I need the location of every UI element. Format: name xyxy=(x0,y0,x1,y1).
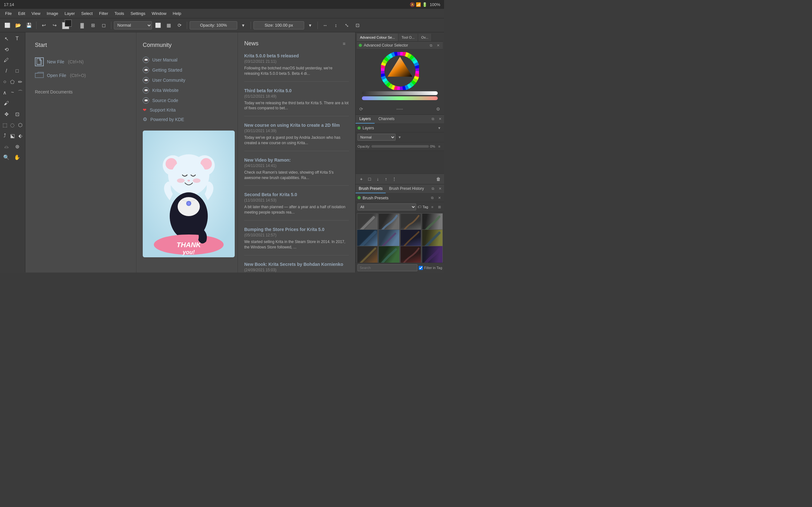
color-settings-btn[interactable]: ⚙ xyxy=(436,107,440,112)
layers-opacity-menu[interactable]: ≡ xyxy=(437,144,442,149)
news-item-title-1[interactable]: Third beta for Krita 5.0 xyxy=(244,88,349,93)
user-community-link[interactable]: 📖 User Community xyxy=(143,75,231,85)
opacity-dropdown-btn[interactable]: ▾ xyxy=(239,20,248,30)
eraser-tool-btn[interactable]: ⬜ xyxy=(153,20,163,30)
mirror-v-btn[interactable]: ↕ xyxy=(331,20,341,30)
menu-image[interactable]: Image xyxy=(44,10,61,16)
brush-grid-view-btn[interactable]: ⊞ xyxy=(437,204,442,210)
menu-view[interactable]: View xyxy=(29,10,43,16)
brush-preset-10[interactable] xyxy=(378,246,399,263)
tab-layers[interactable]: Layers xyxy=(356,115,374,124)
layers-blend-filter-btn[interactable]: ▼ xyxy=(397,134,403,140)
color-wheel-container[interactable] xyxy=(381,52,419,90)
source-code-link[interactable]: 📖 Source Code xyxy=(143,95,231,106)
bezier2-btn[interactable]: ⌒ xyxy=(17,88,24,98)
menu-edit[interactable]: Edit xyxy=(15,10,28,16)
new-file-btn[interactable]: New File (Ctrl+N) xyxy=(35,55,126,69)
menu-layer[interactable]: Layer xyxy=(62,10,78,16)
brush-close2-btn[interactable]: ✕ xyxy=(437,195,442,201)
menu-help[interactable]: Help xyxy=(170,10,184,16)
news-item-title-4[interactable]: Second Beta for Krita 5.0 xyxy=(244,192,349,197)
pattern-btn[interactable]: ⊞ xyxy=(88,20,98,30)
adv-color-close-btn[interactable]: ✕ xyxy=(435,43,441,48)
brush-float-btn[interactable]: ⧉ xyxy=(430,186,436,191)
size-control[interactable]: Size: 100.00 px xyxy=(253,21,304,30)
transform-btn[interactable]: ⤡ xyxy=(342,20,351,30)
copy-layer-btn[interactable]: □ xyxy=(366,175,373,183)
save-file-btn[interactable]: 💾 xyxy=(24,20,34,30)
line-tool-btn[interactable]: / xyxy=(1,66,11,76)
bezier-select-btn[interactable]: ⌓ xyxy=(1,141,11,152)
support-krita-link[interactable]: ❤ Support Krita xyxy=(143,106,231,114)
opacity-control[interactable]: Opacity: 100% xyxy=(190,21,237,30)
brush-list-view-btn[interactable]: ≡ xyxy=(429,204,435,210)
select-ellipse-btn[interactable]: ◌ xyxy=(9,120,16,130)
menu-select[interactable]: Select xyxy=(79,10,95,16)
layers-close-btn[interactable]: ✕ xyxy=(437,116,443,122)
path-tool-btn[interactable]: ∧ xyxy=(1,88,8,98)
add-layer-btn[interactable]: + xyxy=(357,175,365,183)
magnetic-btn[interactable]: ⊛ xyxy=(12,141,22,152)
select-poly-btn[interactable]: ⬡ xyxy=(17,120,24,130)
canvas-wrap-btn[interactable]: ⊡ xyxy=(353,20,362,30)
menu-tools[interactable]: Tools xyxy=(112,10,126,16)
powered-by-kde-link[interactable]: ⚙ Powered by KDE xyxy=(143,114,231,124)
layer-properties-btn[interactable]: ⋮ xyxy=(391,175,398,183)
tab-brush-presets[interactable]: Brush Presets xyxy=(356,184,386,193)
news-item-title-6[interactable]: New Book: Krita Secrets by Bohdan Kornie… xyxy=(244,262,349,267)
menu-settings[interactable]: Settings xyxy=(128,10,148,16)
refresh-btn[interactable]: ⟳ xyxy=(175,20,184,30)
brush-float2-btn[interactable]: ⧉ xyxy=(429,195,435,201)
pan-tool-btn[interactable]: ✋ xyxy=(12,152,22,162)
tab-brush-history[interactable]: Brush Preset History xyxy=(386,184,427,193)
bezier-btn[interactable]: ~ xyxy=(9,88,16,98)
overview-tab[interactable]: Ov... xyxy=(418,34,432,41)
open-file-btn[interactable]: 📂 xyxy=(13,20,23,30)
layers-list[interactable] xyxy=(356,151,444,174)
brush-preset-11[interactable] xyxy=(400,246,421,263)
text-tool-btn[interactable]: T xyxy=(12,34,22,44)
news-item-title-0[interactable]: Krita 5.0.0 beta 5 released xyxy=(244,53,349,58)
menu-file[interactable]: File xyxy=(3,10,14,16)
brush-search-input[interactable] xyxy=(357,264,417,271)
eraser-btn[interactable]: ◻ xyxy=(99,20,108,30)
menu-filter[interactable]: Filter xyxy=(96,10,111,16)
warp-tool-btn[interactable]: ⤴ xyxy=(1,130,8,141)
select-tool-btn[interactable]: ↖ xyxy=(1,34,11,44)
hue-slider[interactable] xyxy=(362,96,438,100)
move-layer-up-btn[interactable]: ↑ xyxy=(382,175,390,183)
layers-filter-btn[interactable]: ▼ xyxy=(437,125,442,131)
gradient-btn[interactable]: ▓ xyxy=(78,20,87,30)
fill-select-btn[interactable]: ⬕ xyxy=(9,130,16,141)
layers-opacity-slider[interactable] xyxy=(371,145,429,148)
brush-preset-9[interactable] xyxy=(357,246,378,263)
delete-layer-btn[interactable]: 🗑 xyxy=(435,175,442,183)
brush-preset-12[interactable] xyxy=(422,246,443,263)
paint-fill-btn[interactable]: 🖌 xyxy=(1,98,11,108)
getting-started-link[interactable]: 📖 Getting Started xyxy=(143,65,231,75)
freehand-btn[interactable]: ✏ xyxy=(17,77,24,87)
adv-color-tab[interactable]: Advanced Colour Se... xyxy=(357,34,398,41)
news-item-title-5[interactable]: Bumping the Store Prices for Krita 5.0 xyxy=(244,227,349,232)
move-tool-btn[interactable]: ✥ xyxy=(1,109,11,119)
brush-tool-btn[interactable]: 🖊 xyxy=(1,55,11,65)
menu-window[interactable]: Window xyxy=(149,10,169,16)
ellipse-tool-btn[interactable]: ○ xyxy=(1,77,8,87)
news-item-title-3[interactable]: New Video by Ramon: xyxy=(244,158,349,163)
color-wheel-svg[interactable] xyxy=(381,52,419,90)
similar-select-btn[interactable]: ⬖ xyxy=(17,130,24,141)
size-dropdown-btn[interactable]: ▾ xyxy=(305,20,315,30)
crop-tool-btn[interactable]: ⊡ xyxy=(12,109,22,119)
open-file-btn-welcome[interactable]: Open File (Ctrl+O) xyxy=(35,69,126,82)
layers-float-btn[interactable]: ⧉ xyxy=(430,116,436,122)
filter-in-tag-checkbox[interactable] xyxy=(419,266,423,270)
blend-mode-select[interactable]: Normal Multiply Screen Overlay xyxy=(114,21,152,30)
polygon-tool-btn[interactable]: ⬠ xyxy=(9,77,16,87)
mirror-h-btn[interactable]: ↔ xyxy=(320,20,330,30)
tool-options-tab[interactable]: Tool O... xyxy=(398,34,418,41)
krita-website-link[interactable]: 📖 Krita Website xyxy=(143,85,231,95)
news-item-title-2[interactable]: New course on using Krita to create a 2D… xyxy=(244,123,349,128)
news-menu-btn[interactable]: ≡ xyxy=(339,39,349,48)
tab-channels[interactable]: Channels xyxy=(374,115,398,124)
transform-tool-btn[interactable]: ⟲ xyxy=(1,44,11,55)
